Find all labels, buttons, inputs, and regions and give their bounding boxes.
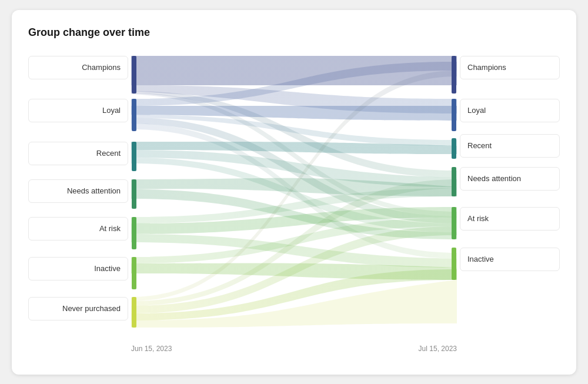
label-recent-right: Recent — [460, 134, 560, 158]
label-loyal-left: Loyal — [28, 99, 128, 122]
date-left: Jun 15, 2023 — [131, 345, 172, 353]
chart-card: Group change over time Champions Loyal R… — [12, 10, 576, 375]
label-needs-attention-right: Needs attention — [460, 167, 560, 191]
label-needs-attention-left: Needs attention — [28, 179, 128, 203]
chart-title: Group change over time — [28, 26, 560, 39]
date-right: Jul 15, 2023 — [419, 345, 457, 353]
label-at-risk-right: At risk — [460, 207, 560, 231]
label-loyal-right: Loyal — [460, 99, 560, 122]
left-labels: Champions Loyal Recent Needs attention A… — [28, 53, 131, 353]
chart-area: Champions Loyal Recent Needs attention A… — [28, 53, 560, 353]
label-champions-left: Champions — [28, 56, 128, 79]
label-inactive-right: Inactive — [460, 248, 560, 271]
date-labels: Jun 15, 2023 Jul 15, 2023 — [131, 345, 457, 353]
right-labels: Champions Loyal Recent Needs attention A… — [457, 53, 560, 353]
label-recent-left: Recent — [28, 142, 128, 165]
label-at-risk-left: At risk — [28, 217, 128, 241]
label-never-purchased-left: Never purchased — [28, 297, 128, 320]
label-champions-right: Champions — [460, 56, 560, 79]
sankey-diagram — [131, 53, 457, 329]
label-inactive-left: Inactive — [28, 257, 128, 281]
